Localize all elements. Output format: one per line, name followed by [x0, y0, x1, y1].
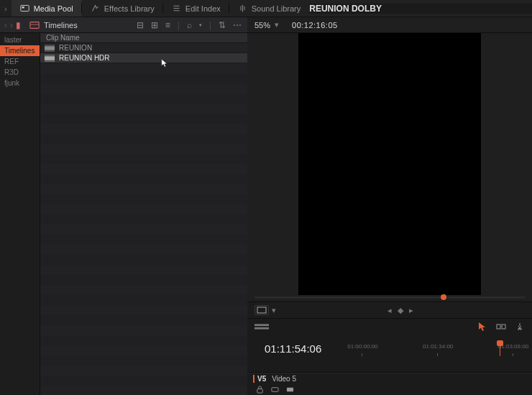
timeline-playhead-icon[interactable]	[500, 340, 500, 356]
next-edit-icon[interactable]: ▸	[409, 306, 413, 315]
svg-rect-17	[287, 387, 293, 391]
svg-rect-9	[45, 60, 55, 61]
media-pool-list: Clip Name REUNION REUNION HDR	[40, 33, 247, 395]
timeline-clip-icon	[45, 55, 55, 62]
effects-icon	[91, 4, 100, 13]
tab-label: Edit Index	[185, 4, 221, 13]
track-header[interactable]: V5 Video 5	[247, 373, 532, 384]
chevron-right-icon[interactable]: ›	[0, 4, 12, 13]
clip-name: REUNION HDR	[59, 54, 110, 62]
timeline-toolbar	[247, 319, 532, 336]
main-area: laster Timelines REF R3D fjunk Clip Name…	[0, 33, 532, 395]
viewer-header-bar: 55% ▾ 00:12:16:05	[247, 17, 532, 32]
panel-header-row: ‹ › ▮ Timelines ⊟ ⊞ ≡ | ⌕ ▾ | ⇅ ⋯ 55% ▾ …	[0, 17, 532, 33]
timeline-options-icon[interactable]	[254, 322, 269, 332]
trim-tool-icon[interactable]	[496, 322, 506, 333]
right-column: ▾ ◂ ◆ ▸	[247, 33, 532, 395]
timeline-ruler-row: 01:11:54:06 01:00:00:00 01:01:34:00 01:0…	[247, 336, 532, 360]
pool-header-bar: ‹ › ▮ Timelines ⊟ ⊞ ≡ | ⌕ ▾ | ⇅ ⋯	[0, 17, 247, 32]
svg-rect-11	[254, 324, 269, 326]
transport-controls: ◂ ◆ ▸	[276, 306, 525, 315]
edit-index-icon	[172, 4, 181, 13]
clip-row[interactable]: REUNION HDR	[40, 53, 247, 63]
tab-effects-library[interactable]: Effects Library	[82, 0, 163, 17]
column-clip-name[interactable]: Clip Name	[40, 34, 80, 42]
clip-row[interactable]: REUNION	[40, 43, 247, 53]
track-name[interactable]: Video 5	[272, 375, 296, 383]
viewer-scrubber[interactable]	[254, 296, 525, 299]
tab-edit-index[interactable]: Edit Index	[163, 0, 229, 17]
view-thumb-icon[interactable]: ⊞	[150, 20, 160, 30]
tab-label: Media Pool	[34, 4, 73, 13]
timeline-tracks: V5 Video 5	[247, 372, 532, 395]
svg-rect-16	[272, 387, 278, 391]
view-metadata-icon[interactable]: ⊟	[135, 20, 145, 30]
playhead-icon[interactable]	[441, 294, 446, 300]
zoom-level[interactable]: 55%	[254, 21, 270, 29]
media-pool-icon	[20, 4, 29, 13]
sound-library-icon	[238, 4, 247, 13]
bin-item[interactable]: laster	[0, 35, 40, 45]
clip-name: REUNION	[59, 44, 92, 52]
timeline-spacer	[247, 360, 532, 372]
lock-icon[interactable]	[256, 386, 264, 395]
nav-forward-icon[interactable]: ›	[10, 20, 13, 30]
timeline-ruler[interactable]: 01:00:00:00 01:01:34:00 01:03:08:00	[344, 336, 532, 360]
svg-rect-8	[45, 55, 55, 56]
search-chevron-icon[interactable]: ▾	[198, 22, 203, 28]
tab-sound-library[interactable]: Sound Library	[229, 0, 310, 17]
top-toolbar: › Media Pool Effects Library Edit Index …	[0, 0, 532, 17]
bin-item[interactable]: Timelines	[0, 45, 40, 56]
svg-rect-10	[257, 307, 266, 313]
svg-rect-6	[45, 50, 55, 51]
viewer-frame	[298, 33, 481, 295]
tab-media-pool[interactable]: Media Pool	[12, 0, 82, 17]
view-list-icon[interactable]: ≡	[164, 20, 172, 30]
svg-rect-12	[254, 327, 269, 330]
project-name: REUNION DOLBY	[309, 4, 532, 14]
timeline-timecode[interactable]: 01:11:54:06	[265, 342, 344, 355]
svg-rect-2	[30, 22, 39, 28]
ruler-tick: 01:00:00:00	[347, 343, 377, 350]
show-bins-icon[interactable]: ▮	[16, 20, 21, 30]
pool-body[interactable]: REUNION REUNION HDR	[40, 43, 247, 395]
track-controls	[247, 384, 532, 395]
svg-rect-15	[257, 389, 262, 393]
ruler-tick: 01:01:34:00	[423, 343, 453, 350]
current-edit-icon[interactable]: ◆	[398, 306, 403, 315]
svg-rect-1	[22, 6, 24, 8]
options-menu-icon[interactable]: ⋯	[231, 20, 243, 30]
tab-label: Effects Library	[104, 4, 155, 13]
svg-rect-13	[497, 324, 500, 329]
source-viewer[interactable]	[247, 33, 532, 301]
pool-column-header: Clip Name	[40, 33, 247, 43]
timeline-clip-icon	[45, 45, 55, 52]
mouse-cursor-icon	[161, 59, 168, 69]
viewer-timecode: 00:12:16:05	[292, 21, 338, 29]
track-enable-icon[interactable]	[271, 386, 279, 395]
bin-item[interactable]: REF	[0, 56, 40, 67]
timeline-bin-icon	[29, 20, 40, 30]
zoom-chevron-icon[interactable]: ▾	[275, 20, 279, 29]
search-icon[interactable]: ⌕	[185, 20, 193, 30]
svg-rect-5	[45, 45, 55, 46]
bin-sidebar: laster Timelines REF R3D fjunk	[0, 33, 40, 395]
sort-icon[interactable]: ⇅	[217, 20, 227, 30]
bin-item[interactable]: R3D	[0, 67, 40, 78]
bin-item[interactable]: fjunk	[0, 78, 40, 88]
crop-icon[interactable]	[254, 305, 269, 315]
blade-tool-icon[interactable]	[515, 322, 525, 333]
panel-title: Timelines	[44, 21, 78, 29]
prev-edit-icon[interactable]: ◂	[387, 306, 392, 315]
selection-tool-icon[interactable]	[477, 322, 487, 333]
svg-rect-14	[502, 324, 505, 329]
track-index-label[interactable]: V5	[253, 375, 266, 383]
nav-back-icon[interactable]: ‹	[4, 20, 7, 30]
viewer-controls: ▾ ◂ ◆ ▸	[247, 301, 532, 319]
tab-label: Sound Library	[252, 4, 301, 13]
track-visible-icon[interactable]	[286, 386, 294, 395]
